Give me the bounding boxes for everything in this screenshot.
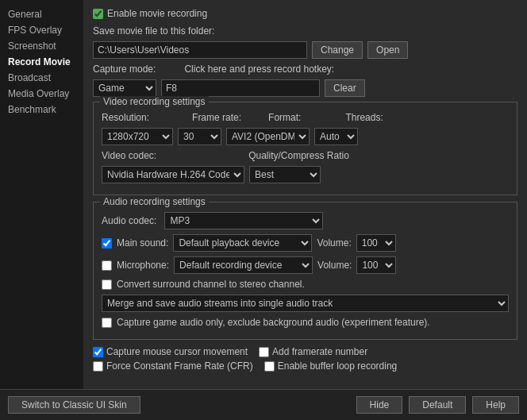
enable-buffer-item: Enable buffer loop recording — [264, 360, 398, 372]
sidebar-item-screenshot[interactable]: Screenshot — [0, 38, 83, 54]
capture-mode-label: Capture mode: — [93, 64, 156, 75]
main-sound-select[interactable]: Default playback device Speakers — [173, 234, 312, 252]
sidebar-item-fps-overlay[interactable]: FPS Overlay — [0, 22, 83, 38]
audio-settings-title: Audio recording settings — [100, 196, 209, 207]
clear-button[interactable]: Clear — [325, 79, 365, 97]
merge-audio-select[interactable]: Merge and save audio streams into single… — [102, 295, 509, 312]
audio-codec-select[interactable]: MP3 AAC PCM — [164, 212, 323, 229]
save-folder-row: Save movie file to this folder: — [93, 25, 517, 37]
main-sound-volume-select[interactable]: 100 90 80 — [356, 234, 396, 252]
threads-label: Threads: — [345, 112, 383, 123]
enable-recording-checkbox[interactable] — [93, 9, 103, 19]
codec-labels-row: Video codec: Quality/Compress Ratio — [102, 150, 509, 161]
framerate-select[interactable]: 30 60 24 — [178, 128, 221, 145]
force-cfr-item: Force Constant Frame Rate (CFR) — [93, 360, 253, 372]
microphone-checkbox[interactable] — [102, 260, 112, 271]
main-sound-label: Main sound: — [117, 237, 168, 249]
video-settings-title: Video recording settings — [100, 96, 209, 107]
capture-mouse-checkbox[interactable] — [93, 347, 103, 357]
capture-game-audio-label: Capture game audio only, exclude backgro… — [117, 317, 430, 328]
add-framerate-label: Add framerate number — [272, 346, 367, 357]
video-codec-select[interactable]: Nvidia Hardware H.264 Codec x264 x265 — [102, 166, 244, 183]
main-sound-volume-label: Volume: — [317, 237, 351, 249]
default-button[interactable]: Default — [409, 396, 466, 414]
capture-hotkey-row: Capture mode: Click here and press recor… — [93, 64, 517, 75]
capture-game-audio-checkbox[interactable] — [102, 318, 112, 328]
threads-select[interactable]: Auto 1 2 4 — [314, 128, 358, 145]
merge-audio-row: Merge and save audio streams into single… — [102, 295, 509, 312]
resolution-select[interactable]: 1280x720 1920x1080 — [102, 128, 173, 145]
enable-recording-label: Enable movie recording — [107, 8, 207, 19]
hotkey-input[interactable] — [161, 79, 320, 97]
sidebar-item-general[interactable]: General — [0, 6, 83, 22]
enable-recording-row: Enable movie recording — [93, 8, 517, 19]
enable-buffer-label: Enable buffer loop recording — [278, 360, 398, 372]
main-sound-row: Main sound: Default playback device Spea… — [102, 234, 509, 252]
resolution-label: Resolution: — [102, 112, 149, 123]
sidebar-item-record-movie[interactable]: Record Movie — [0, 54, 83, 70]
save-path-input[interactable] — [93, 41, 307, 59]
microphone-label: Microphone: — [117, 260, 169, 271]
sidebar-item-benchmark[interactable]: Benchmark — [0, 102, 83, 118]
open-button[interactable]: Open — [367, 41, 408, 59]
microphone-volume-select[interactable]: 100 90 — [356, 256, 396, 274]
video-labels-row: Resolution: Frame rate: Format: Threads: — [102, 112, 509, 123]
video-settings-group: Video recording settings Resolution: Fra… — [93, 102, 517, 195]
help-button[interactable]: Help — [472, 396, 519, 414]
add-framerate-item: Add framerate number — [259, 346, 367, 357]
save-folder-label: Save movie file to this folder: — [93, 25, 214, 37]
convert-surround-checkbox[interactable] — [102, 279, 112, 290]
bottom-right-buttons: Hide Default Help — [356, 396, 519, 414]
force-cfr-checkbox[interactable] — [93, 361, 103, 372]
footer-row-2: Force Constant Frame Rate (CFR) Enable b… — [93, 360, 517, 372]
framerate-label: Frame rate: — [192, 112, 241, 123]
sidebar: General FPS Overlay Screenshot Record Mo… — [0, 0, 83, 420]
video-codec-label: Video codec: — [102, 150, 156, 161]
format-label: Format: — [268, 112, 301, 123]
microphone-row: Microphone: Default recording device Mic… — [102, 256, 509, 274]
codec-controls-row: Nvidia Hardware H.264 Codec x264 x265 Be… — [102, 166, 509, 183]
audio-codec-label: Audio codec: — [102, 215, 156, 226]
enable-buffer-checkbox[interactable] — [264, 361, 275, 372]
capture-game-audio-row: Capture game audio only, exclude backgro… — [102, 317, 509, 328]
convert-surround-label: Convert surround channel to stereo chann… — [117, 279, 305, 290]
main-content: Enable movie recording Save movie file t… — [83, 0, 527, 420]
add-framerate-checkbox[interactable] — [259, 347, 269, 357]
sidebar-item-broadcast[interactable]: Broadcast — [0, 70, 83, 86]
change-button[interactable]: Change — [312, 41, 363, 59]
quality-select[interactable]: Best High Medium Low — [249, 166, 321, 183]
footer-row-1: Capture mouse cursor movement Add framer… — [93, 346, 517, 357]
force-cfr-label: Force Constant Frame Rate (CFR) — [106, 360, 253, 372]
sidebar-item-media-overlay[interactable]: Media Overlay — [0, 86, 83, 102]
capture-mouse-item: Capture mouse cursor movement — [93, 346, 248, 357]
convert-surround-row: Convert surround channel to stereo chann… — [102, 279, 509, 290]
hotkey-label: Click here and press record hotkey: — [184, 64, 334, 75]
microphone-volume-label: Volume: — [317, 260, 352, 271]
quality-label: Quality/Compress Ratio — [248, 150, 349, 161]
format-select[interactable]: AVI2 (OpenDML) AVI MP4 — [226, 128, 310, 145]
capture-hotkey-controls-row: Game Desktop Window Clear — [93, 79, 517, 97]
microphone-select[interactable]: Default recording device Microphone — [174, 256, 313, 274]
audio-codec-row: Audio codec: MP3 AAC PCM — [102, 212, 509, 229]
save-path-row: Change Open — [93, 41, 517, 59]
footer-checkboxes: Capture mouse cursor movement Add framer… — [93, 346, 517, 372]
switch-skin-button[interactable]: Switch to Classic UI Skin — [8, 396, 140, 414]
capture-mode-select[interactable]: Game Desktop Window — [93, 79, 156, 97]
capture-mouse-label: Capture mouse cursor movement — [106, 346, 248, 357]
audio-settings-group: Audio recording settings Audio codec: MP… — [93, 202, 517, 340]
bottom-bar: Switch to Classic UI Skin Hide Default H… — [0, 389, 527, 420]
hide-button[interactable]: Hide — [356, 396, 403, 414]
main-sound-checkbox[interactable] — [102, 238, 112, 249]
video-controls-row: 1280x720 1920x1080 30 60 24 AVI2 (OpenDM… — [102, 128, 509, 145]
